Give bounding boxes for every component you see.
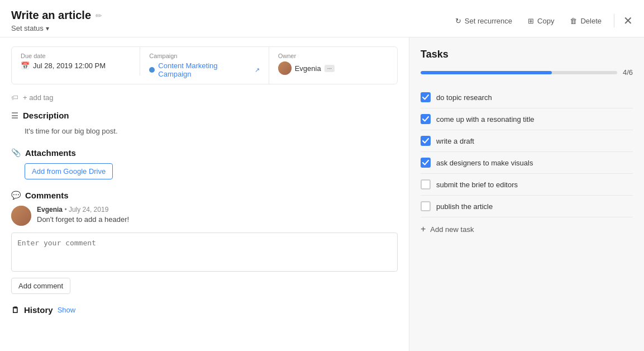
campaign-link[interactable]: Content Marketing Campaign ↗ bbox=[158, 61, 259, 78]
status-label: Set status bbox=[11, 24, 44, 32]
history-section: 🗒 History Show bbox=[11, 305, 398, 315]
delete-button[interactable]: 🗑 Delete bbox=[566, 15, 605, 27]
description-header: ☰ Description bbox=[11, 111, 398, 120]
add-tag-label: + add tag bbox=[23, 93, 54, 102]
task-checkbox-3[interactable] bbox=[421, 136, 431, 146]
campaign-name: Content Marketing Campaign bbox=[158, 61, 252, 78]
header-divider bbox=[614, 14, 614, 27]
attachments-section: 📎 Attachments Add from Google Drive bbox=[11, 148, 398, 179]
campaign-field: Campaign Content Marketing Campaign ↗ bbox=[140, 47, 269, 84]
tag-icon: 🏷 bbox=[11, 93, 18, 102]
due-date-text: Jul 28, 2019 12:00 PM bbox=[33, 61, 106, 70]
task-item: come up with a resonating title bbox=[421, 108, 633, 130]
comment-meta: Evgenia • July 24, 2019 bbox=[37, 206, 398, 214]
title-row: Write an article ✏ bbox=[11, 9, 102, 22]
comment-input[interactable] bbox=[11, 233, 398, 272]
progress-bar-background bbox=[421, 71, 617, 74]
add-task-label: Add new task bbox=[430, 225, 474, 234]
copy-icon: ⊞ bbox=[528, 17, 534, 25]
task-label-3: write a draft bbox=[436, 137, 474, 145]
task-checkbox-2[interactable] bbox=[421, 114, 431, 124]
owner-badge: ··· bbox=[325, 65, 335, 72]
task-checkbox-1[interactable] bbox=[421, 92, 431, 102]
plus-icon: + bbox=[421, 224, 426, 234]
description-icon: ☰ bbox=[11, 111, 18, 120]
close-button[interactable]: ✕ bbox=[623, 15, 633, 26]
comment-author: Evgenia bbox=[37, 206, 63, 214]
add-from-google-drive-button[interactable]: Add from Google Drive bbox=[25, 163, 113, 179]
avatar-image bbox=[11, 206, 31, 226]
recurrence-label: Set recurrence bbox=[465, 17, 512, 25]
copy-button[interactable]: ⊞ Copy bbox=[524, 15, 557, 27]
edit-icon[interactable]: ✏ bbox=[96, 11, 102, 20]
progress-bar-fill bbox=[421, 71, 552, 74]
comments-title: Comments bbox=[25, 191, 69, 200]
comment-icon: 💬 bbox=[11, 191, 21, 200]
trash-icon: 🗑 bbox=[570, 17, 577, 25]
copy-label: Copy bbox=[537, 17, 554, 25]
add-task-row[interactable]: + Add new task bbox=[421, 217, 633, 241]
history-show-button[interactable]: Show bbox=[58, 306, 76, 314]
chevron-down-icon: ▾ bbox=[46, 25, 49, 32]
task-item: publish the article bbox=[421, 196, 633, 217]
tags-row[interactable]: 🏷 + add tag bbox=[11, 93, 398, 102]
avatar bbox=[278, 61, 292, 75]
add-comment-button[interactable]: Add comment bbox=[11, 278, 70, 294]
tasks-list: do topic research come up with a resonat… bbox=[421, 87, 633, 241]
header-actions: ↻ Set recurrence ⊞ Copy 🗑 Delete ✕ bbox=[452, 14, 633, 27]
due-date-value: 📅 Jul 28, 2019 12:00 PM bbox=[21, 61, 131, 70]
campaign-label: Campaign bbox=[149, 53, 259, 59]
header-left: Write an article ✏ Set status ▾ bbox=[11, 9, 102, 32]
header: Write an article ✏ Set status ▾ ↻ Set re… bbox=[0, 0, 644, 37]
owner-field: Owner Evgenia ··· bbox=[269, 47, 397, 80]
task-label-6: publish the article bbox=[436, 202, 493, 211]
external-link-icon: ↗ bbox=[255, 67, 260, 74]
due-date-field: Due date 📅 Jul 28, 2019 12:00 PM bbox=[12, 47, 140, 75]
page-title: Write an article bbox=[11, 9, 91, 22]
task-label-5: submit the brief to editors bbox=[436, 181, 518, 189]
delete-label: Delete bbox=[580, 17, 602, 25]
progress-count: 4/6 bbox=[623, 68, 633, 77]
status-row[interactable]: Set status ▾ bbox=[11, 24, 102, 32]
comment-item: Evgenia • July 24, 2019 Don't forget to … bbox=[11, 206, 398, 226]
set-recurrence-button[interactable]: ↻ Set recurrence bbox=[452, 15, 516, 27]
task-label-2: come up with a resonating title bbox=[436, 115, 535, 124]
main-content: Due date 📅 Jul 28, 2019 12:00 PM Campaig… bbox=[0, 37, 644, 351]
comment-date-separator: • bbox=[64, 206, 69, 214]
description-title: Description bbox=[23, 111, 69, 120]
left-panel: Due date 📅 Jul 28, 2019 12:00 PM Campaig… bbox=[0, 37, 409, 351]
task-item: write a draft bbox=[421, 130, 633, 152]
tasks-title: Tasks bbox=[421, 49, 633, 60]
description-section: ☰ Description It's time for our big blog… bbox=[11, 111, 398, 137]
paperclip-icon: 📎 bbox=[11, 148, 21, 157]
recurrence-icon: ↻ bbox=[455, 17, 461, 25]
campaign-dot bbox=[149, 67, 155, 73]
comment-avatar bbox=[11, 206, 31, 226]
task-item: submit the brief to editors bbox=[421, 174, 633, 196]
history-title: History bbox=[24, 305, 53, 315]
task-label-1: do topic research bbox=[436, 93, 492, 102]
avatar-image bbox=[278, 61, 292, 75]
attachments-title: Attachments bbox=[25, 148, 76, 158]
task-checkbox-6[interactable] bbox=[421, 201, 431, 211]
campaign-value: Content Marketing Campaign ↗ bbox=[149, 61, 259, 78]
app-container: Write an article ✏ Set status ▾ ↻ Set re… bbox=[0, 0, 644, 351]
history-icon: 🗒 bbox=[11, 305, 20, 315]
attachments-header: 📎 Attachments bbox=[11, 148, 398, 158]
comment-body: Evgenia • July 24, 2019 Don't forget to … bbox=[37, 206, 398, 226]
task-checkbox-4[interactable] bbox=[421, 158, 431, 168]
task-item: do topic research bbox=[421, 87, 633, 108]
comments-header: 💬 Comments bbox=[11, 191, 398, 200]
comment-text: Don't forget to add a header! bbox=[37, 215, 398, 224]
right-panel: Tasks 4/6 do topic research bbox=[409, 37, 644, 351]
meta-row: Due date 📅 Jul 28, 2019 12:00 PM Campaig… bbox=[11, 46, 398, 84]
description-text: It's time for our big blog post. bbox=[25, 126, 398, 137]
owner-name: Evgenia bbox=[295, 64, 321, 73]
task-checkbox-5[interactable] bbox=[421, 179, 431, 189]
comments-section: 💬 Comments Evgenia • July 24, 2019 Don't… bbox=[11, 191, 398, 294]
task-item: ask designers to make visuals bbox=[421, 152, 633, 174]
comment-date: July 24, 2019 bbox=[69, 206, 108, 214]
calendar-icon: 📅 bbox=[21, 61, 30, 70]
task-label-4: ask designers to make visuals bbox=[436, 159, 533, 167]
owner-value: Evgenia ··· bbox=[278, 61, 388, 75]
